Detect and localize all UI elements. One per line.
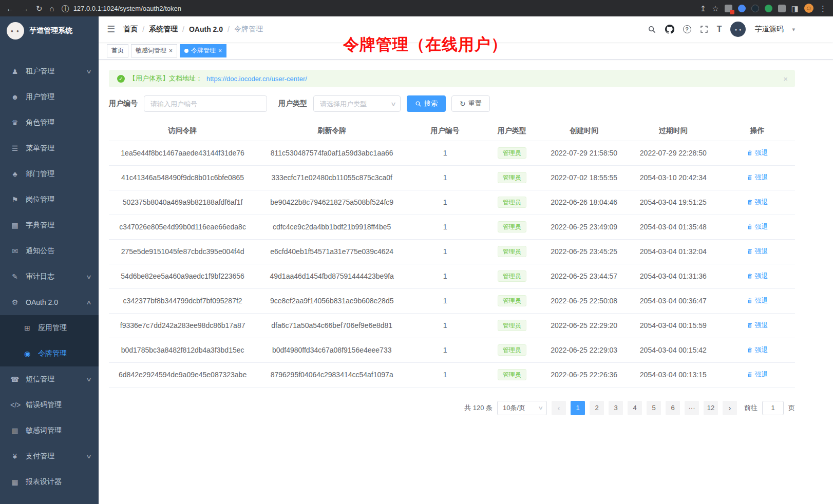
force-logout-button[interactable]: 强退 xyxy=(747,272,768,281)
tab-sensitive-word[interactable]: 敏感词管理 × xyxy=(131,44,177,57)
sidebar-item-dict[interactable]: ▤ 字典管理 xyxy=(0,212,99,238)
extension-icon[interactable] xyxy=(765,5,772,12)
main-area: ☰ 首页 / 系统管理 / OAuth 2.0 / 令牌管理 ? T ● ● 芋… xyxy=(99,16,833,504)
force-logout-button[interactable]: 强退 xyxy=(747,370,768,379)
token-icon: ◉ xyxy=(23,350,32,358)
force-logout-button[interactable]: 强退 xyxy=(747,321,768,330)
user-name[interactable]: 芋道源码 xyxy=(754,25,783,34)
reset-button[interactable]: ↻ 重置 xyxy=(451,95,490,112)
sidebar-menu: ♟ 租户管理 ∨ ☻ 用户管理 ♛ 角色管理 ☰ 菜单管理 ♣ 部门管理 ⚑ 岗… xyxy=(0,45,99,495)
goto-label: 前往 xyxy=(744,403,758,413)
page-button[interactable]: 1 xyxy=(571,401,585,415)
force-logout-button[interactable]: 强退 xyxy=(747,296,768,305)
page-button[interactable]: 2 xyxy=(590,401,604,415)
user-type-label: 用户类型 xyxy=(278,99,307,108)
page-button[interactable]: 4 xyxy=(628,401,642,415)
breadcrumb-home[interactable]: 首页 xyxy=(123,25,138,34)
site-info-icon[interactable]: ⓘ xyxy=(62,5,69,12)
chevron-down-icon: ∨ xyxy=(86,376,92,383)
sidebar-item-sms[interactable]: ☎ 短信管理 ∨ xyxy=(0,366,99,392)
extension-icon[interactable] xyxy=(725,5,732,12)
search-icon[interactable] xyxy=(648,25,656,34)
alert-text: 【用户体系】文档地址： xyxy=(129,74,202,83)
sidebar-item-report-designer[interactable]: ▦ 报表设计器 xyxy=(0,469,99,495)
side-panel-icon[interactable]: ◨ xyxy=(791,5,799,12)
fullscreen-icon[interactable] xyxy=(700,25,708,33)
close-icon[interactable]: × xyxy=(218,48,222,54)
user-type-select[interactable]: ∨ xyxy=(313,95,401,112)
sidebar-item-post[interactable]: ⚑ 岗位管理 xyxy=(0,187,99,212)
sidebar-item-application[interactable]: ⊞ 应用管理 xyxy=(0,315,99,341)
page-ellipsis[interactable]: ··· xyxy=(685,401,699,415)
trash-icon xyxy=(747,347,753,353)
close-icon[interactable]: × xyxy=(169,48,173,54)
prev-page-button[interactable]: ‹ xyxy=(552,401,566,415)
force-logout-button[interactable]: 强退 xyxy=(747,345,768,355)
page-button[interactable]: 3 xyxy=(609,401,623,415)
tab-token[interactable]: 令牌管理 × xyxy=(180,44,226,57)
select-caret-icon: ∨ xyxy=(538,405,543,411)
force-logout-button[interactable]: 强退 xyxy=(747,222,768,231)
tab-home[interactable]: 首页 xyxy=(107,44,128,57)
browser-profile-avatar[interactable]: ☺ xyxy=(804,4,813,13)
sms-icon: ☎ xyxy=(10,375,20,383)
share-icon[interactable]: ↥ xyxy=(700,5,707,12)
dictionary-icon: ▤ xyxy=(10,221,20,229)
sidebar-item-sensitive-word[interactable]: ▥ 敏感词管理 xyxy=(0,418,99,443)
page-button[interactable]: 5 xyxy=(647,401,661,415)
breadcrumb-system[interactable]: 系统管理 xyxy=(149,25,178,34)
search-button[interactable]: 搜索 xyxy=(407,95,446,112)
column-access-token: 访问令牌 xyxy=(109,121,256,141)
browser-forward-icon[interactable]: → xyxy=(21,5,29,12)
force-logout-button[interactable]: 强退 xyxy=(747,247,768,256)
avatar[interactable]: ● ● xyxy=(730,22,746,37)
bookmark-star-icon[interactable]: ☆ xyxy=(712,5,718,12)
oauth-submenu: ⊞ 应用管理 ◉ 令牌管理 xyxy=(0,315,99,366)
sidebar-item-user[interactable]: ☻ 用户管理 xyxy=(0,84,99,110)
browser-home-icon[interactable]: ⌂ xyxy=(50,5,54,12)
sidebar-item-menu[interactable]: ☰ 菜单管理 xyxy=(0,135,99,161)
force-logout-button[interactable]: 强退 xyxy=(747,198,768,207)
sidebar-item-role[interactable]: ♛ 角色管理 xyxy=(0,110,99,135)
table-row: 54d6be82ee5a460a9aedc1f9bf223656 49d1aa4… xyxy=(109,264,795,288)
goto-page-input[interactable] xyxy=(762,401,784,415)
force-logout-button[interactable]: 强退 xyxy=(747,148,768,158)
sidebar-toggle-icon[interactable]: ☰ xyxy=(107,24,115,35)
breadcrumb-oauth[interactable]: OAuth 2.0 xyxy=(189,25,223,33)
extension-badge xyxy=(730,10,734,14)
next-page-button[interactable]: › xyxy=(723,401,737,415)
doc-link[interactable]: https://doc.iocoder.cn/user-center/ xyxy=(206,75,307,83)
extension-icon[interactable] xyxy=(751,5,759,12)
table-row: b0d1785bc3a8482f812db4a3f3bd15ec b0df498… xyxy=(109,338,795,362)
force-logout-button[interactable]: 强退 xyxy=(747,173,768,182)
page-size-select[interactable]: 10条/页 ∨ xyxy=(497,401,547,415)
browser-reload-icon[interactable]: ↻ xyxy=(36,5,43,12)
sidebar-item-notice[interactable]: ✉ 通知公告 xyxy=(0,238,99,264)
font-size-icon[interactable]: T xyxy=(717,25,722,34)
sidebar-item-error-code[interactable]: </> 错误码管理 xyxy=(0,392,99,418)
alert-close-icon[interactable]: × xyxy=(783,74,788,83)
sidebar-item-dept[interactable]: ♣ 部门管理 xyxy=(0,161,99,187)
tenant-icon: ♟ xyxy=(10,67,20,75)
sidebar-item-oauth[interactable]: ⚙ OAuth 2.0 ∧ xyxy=(0,289,99,315)
user-id-input[interactable] xyxy=(144,95,267,112)
page-button[interactable]: 12 xyxy=(704,401,718,415)
sidebar-item-tenant[interactable]: ♟ 租户管理 ∨ xyxy=(0,59,99,84)
extension-icon[interactable] xyxy=(738,5,746,12)
page-button[interactable]: 6 xyxy=(666,401,680,415)
sidebar-item-audit-log[interactable]: ✎ 审计日志 ∨ xyxy=(0,264,99,289)
table-row: 1ea5e44f8bc1467aaede43144f31de76 811c530… xyxy=(109,141,795,165)
browser-menu-icon[interactable]: ⋮ xyxy=(819,5,827,12)
address-bar[interactable]: ⓘ 127.0.0.1:1024/system/oauth2/token xyxy=(62,5,693,12)
app-logo-bar[interactable]: ● ● 芋道管理系统 xyxy=(0,16,99,45)
page-content: ✓ 【用户体系】文档地址： https://doc.iocoder.cn/use… xyxy=(99,60,833,415)
sidebar-item-token[interactable]: ◉ 令牌管理 xyxy=(0,341,99,366)
browser-back-icon[interactable]: ← xyxy=(6,5,14,12)
column-user-id: 用户编号 xyxy=(407,121,483,141)
user-type-badge: 管理员 xyxy=(498,172,526,183)
help-icon[interactable]: ? xyxy=(683,25,691,33)
menu-list-icon: ☰ xyxy=(10,144,20,152)
extensions-puzzle-icon[interactable] xyxy=(778,5,786,12)
github-icon[interactable] xyxy=(665,25,674,34)
sidebar-item-payment[interactable]: ¥ 支付管理 ∨ xyxy=(0,443,99,469)
